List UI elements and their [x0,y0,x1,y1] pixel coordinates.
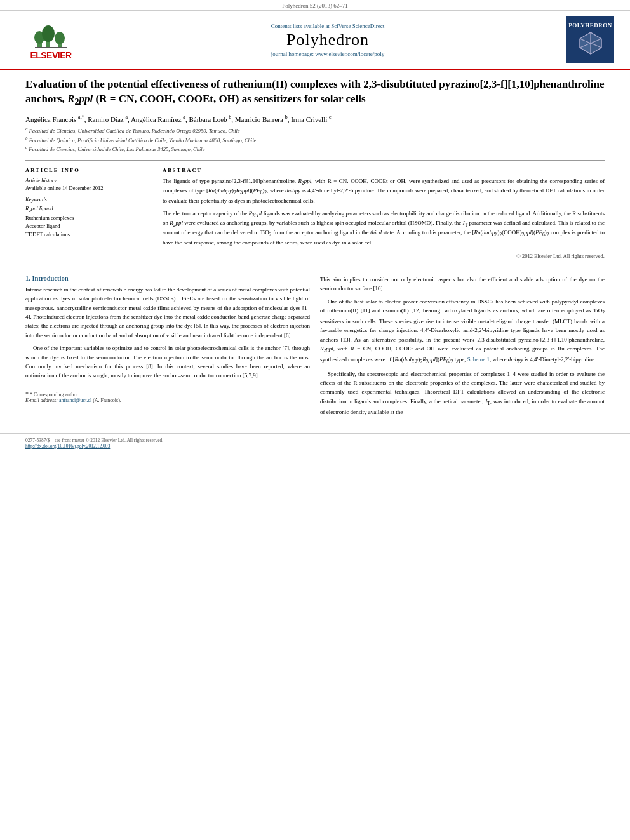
email-label: E-mail address: [25,397,58,403]
body-text-right: This aim implies to consider not only el… [320,275,605,417]
doi-line: http://dx.doi.org/10.1016/j.poly.2012.12… [25,443,605,449]
keywords-label: Keywords: [25,196,144,203]
sciverse-link[interactable]: SciVerse ScienceDirect [331,23,384,29]
email-line: E-mail address: anfranci@uct.cl (A. Fran… [25,397,310,403]
journal-title: Polyhedron [89,30,566,50]
intro-section-title: 1. Introduction [25,275,310,282]
asterisk-icon: * [25,390,29,397]
author-4: Bárbara Loeb b, [189,116,233,123]
body-para-1: Intense research in the context of renew… [25,285,310,340]
author-3: Angélica Ramírez a, [131,116,187,123]
journal-title-area: Contents lists available at SciVerse Sci… [89,23,566,57]
body-para-r1: This aim implies to consider not only el… [320,275,605,293]
author-5: Mauricio Barrera b, [235,116,290,123]
journal-citation-bar: Polyhedron 52 (2013) 62–71 [0,0,630,11]
keyword-2: Ruthenium complexes [25,214,144,222]
badge-title: POLYHEDRON [568,22,612,29]
journal-citation: Polyhedron 52 (2013) 62–71 [282,3,348,9]
affiliation-b: b Facultad de Química, Pontificia Univer… [25,135,605,145]
footnote-area: * * Corresponding author. E-mail address… [25,387,310,403]
body-para-2: One of the important variables to optimi… [25,343,310,380]
elsevier-logo: ELSEVIER [13,20,89,60]
polyhedron-badge: POLYHEDRON [566,16,614,63]
abstract-col: ABSTRACT The ligands of type pyrazino[2,… [163,167,605,259]
affiliation-c: c Facultad de Ciencias, Universidad de C… [25,144,605,154]
journal-badge-area: POLYHEDRON [566,16,617,63]
svg-point-3 [42,25,55,42]
section-divider [25,267,605,267]
issn-line: 0277-5387/$ – see front matter © 2012 El… [25,437,605,443]
available-online: Available online 14 December 2012 [25,185,104,191]
authors-line: Angélica Francois a,*, Ramiro Díaz a, An… [25,114,605,123]
doi-link[interactable]: http://dx.doi.org/10.1016/j.poly.2012.12… [25,443,110,449]
keyword-4: TDDFT calculations [25,230,144,239]
abstract-heading: ABSTRACT [163,167,605,173]
abstract-para-2: The electron acceptor capacity of the R2… [163,210,605,248]
homepage-url[interactable]: www.elsevier.com/locate/poly [315,51,384,57]
page-footer: 0277-5387/$ – see front matter © 2012 El… [0,433,630,453]
copyright-notice: © 2012 Elsevier Ltd. All rights reserved… [163,253,605,259]
email-suffix: (A. Francois). [93,397,121,403]
author-1: Angélica Francois a,*, [25,116,86,123]
corresponding-note: * * Corresponding author. [25,390,310,397]
body-para-r2: One of the best solar-to-electric power … [320,297,605,366]
email-address[interactable]: anfranci@uct.cl [59,397,91,403]
corresponding-label: * Corresponding author. [30,392,79,397]
keywords-section: Keywords: R2ppl ligand Ruthenium complex… [25,196,144,239]
body-content: 1. Introduction Intense research in the … [25,275,605,420]
journal-homepage: journal homepage: www.elsevier.com/locat… [89,51,566,57]
body-text-left: Intense research in the context of renew… [25,285,310,380]
body-para-r3: Specifically, the spectroscopic and elec… [320,370,605,417]
article-history: Article history: Available online 14 Dec… [25,177,144,191]
article-info-heading: ARTICLE INFO [25,167,144,173]
history-label: Article history: [25,177,144,183]
main-content: Evaluation of the potential effectivenes… [0,70,630,433]
article-title: Evaluation of the potential effectivenes… [25,77,605,108]
svg-rect-6 [35,47,67,48]
abstract-para-1: The ligands of type pyrazino[2,3-f][1,10… [163,177,605,206]
affiliation-a: a Facultad de Ciencias, Universidad Cató… [25,126,605,135]
journal-header: ELSEVIER Contents lists available at Sci… [0,11,630,70]
polyhedron-shape-icon [578,30,603,56]
body-col-right: This aim implies to consider not only el… [320,275,605,420]
author-6: Irma Crivelli c [291,116,331,123]
elsevier-tree-icon [34,20,69,48]
abstract-text: The ligands of type pyrazino[2,3-f][1,10… [163,177,605,248]
article-meta-section: ARTICLE INFO Article history: Available … [25,160,605,259]
affiliations: a Facultad de Ciencias, Universidad Cató… [25,126,605,154]
author-2: Ramiro Díaz a, [88,116,130,123]
publisher-logo-area: ELSEVIER [13,20,89,60]
sciverse-text: Contents lists available at [271,23,331,29]
keyword-1: R2ppl ligand [25,204,144,214]
svg-point-5 [55,32,65,44]
keyword-3: Acceptor ligand [25,222,144,230]
sciverse-notice: Contents lists available at SciVerse Sci… [89,23,566,29]
body-col-left: 1. Introduction Intense research in the … [25,275,310,420]
elsevier-wordmark: ELSEVIER [30,50,71,60]
homepage-label: journal homepage: [271,51,315,57]
article-info-col: ARTICLE INFO Article history: Available … [25,167,152,259]
